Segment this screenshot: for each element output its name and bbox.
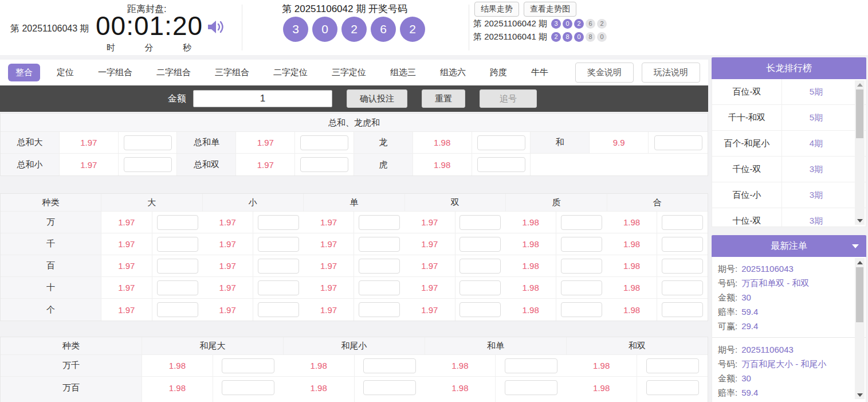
odds-cell[interactable]: 1.98 [566,377,637,399]
odds-cell[interactable]: 1.98 [607,277,658,298]
bet-amount-input[interactable] [654,135,702,150]
bet-amount-input[interactable] [477,135,525,150]
bet-amount-input[interactable] [157,280,198,295]
tab-跨度[interactable]: 跨度 [482,64,514,81]
odds-cell[interactable]: 1.97 [202,299,253,321]
bet-amount-input[interactable] [459,215,501,230]
odds-cell[interactable]: 1.97 [202,212,253,233]
speaker-icon[interactable] [206,19,225,35]
bet-amount-input[interactable] [363,380,416,395]
odds-cell[interactable]: 1.97 [236,154,295,175]
odds-cell[interactable]: 1.97 [304,233,355,255]
bet-amount-input[interactable] [459,302,501,317]
orders-scrollbar-thumb[interactable] [856,267,863,322]
odds-cell[interactable]: 1.97 [404,299,455,321]
bet-amount-input[interactable] [662,237,703,252]
bet-amount-input[interactable] [124,135,172,150]
bonus-info-button[interactable]: 奖金说明 [575,63,634,83]
odds-cell[interactable]: 1.98 [142,377,213,399]
view-trend-chart-button[interactable]: 查看走势图 [524,2,576,17]
scroll-down-icon[interactable] [855,216,865,225]
tab-定位[interactable]: 定位 [49,64,81,81]
odds-cell[interactable]: 1.97 [202,277,253,298]
bet-amount-input[interactable] [258,215,299,230]
bet-amount-input[interactable] [459,237,501,252]
odds-cell[interactable]: 1.98 [505,255,556,276]
odds-cell[interactable]: 1.98 [425,377,496,399]
orders-scrollbar[interactable] [855,258,865,399]
odds-cell[interactable]: 1.98 [566,355,637,376]
odds-cell[interactable]: 1.97 [101,233,152,255]
bet-amount-input[interactable] [359,215,400,230]
odds-cell[interactable]: 9.9 [590,132,649,153]
odds-cell[interactable] [566,399,637,402]
odds-cell[interactable] [425,399,496,402]
odds-cell[interactable]: 1.98 [284,377,355,399]
tab-牛牛[interactable]: 牛牛 [524,64,556,81]
tab-一字组合[interactable]: 一字组合 [91,64,140,81]
collapse-caret-icon[interactable] [852,244,859,248]
bet-amount-input[interactable] [561,215,602,230]
odds-cell[interactable]: 1.98 [413,154,472,175]
odds-cell[interactable]: 1.97 [101,277,152,298]
bet-amount-input[interactable] [258,302,299,317]
odds-cell[interactable]: 1.97 [404,277,455,298]
bet-amount-input[interactable] [459,259,501,274]
bet-amount-input[interactable] [359,237,400,252]
odds-cell[interactable]: 1.98 [425,355,496,376]
odds-cell[interactable]: 1.97 [304,299,355,321]
odds-cell[interactable]: 1.98 [413,132,472,153]
odds-cell[interactable]: 1.98 [607,255,658,276]
odds-cell[interactable]: 1.97 [304,277,355,298]
bet-amount-input[interactable] [561,302,602,317]
result-trend-button[interactable]: 结果走势 [474,2,519,17]
reset-button[interactable]: 重置 [422,89,465,108]
bet-amount-input[interactable] [646,380,699,395]
tab-二字定位[interactable]: 二字定位 [266,64,315,81]
odds-cell[interactable]: 1.97 [404,255,455,276]
scroll-up-icon[interactable] [855,80,865,89]
bet-amount-input[interactable] [359,259,400,274]
odds-cell[interactable]: 1.98 [505,233,556,255]
odds-cell[interactable]: 1.97 [202,255,253,276]
bet-amount-input[interactable] [258,280,299,295]
bet-amount-input[interactable] [561,280,602,295]
bet-amount-input[interactable] [662,215,703,230]
bet-amount-input[interactable] [157,302,198,317]
tab-三字组合[interactable]: 三字组合 [207,64,257,81]
odds-cell[interactable]: 1.97 [404,212,455,233]
odds-cell[interactable]: 1.98 [607,212,658,233]
odds-cell[interactable]: 1.97 [304,255,355,276]
bet-amount-input[interactable] [646,358,699,373]
bet-amount-input[interactable] [477,157,525,172]
bet-amount-input[interactable] [359,302,400,317]
bet-amount-input[interactable] [662,280,703,295]
tab-组选三[interactable]: 组选三 [383,64,423,81]
bet-amount-input[interactable] [300,157,348,172]
play-rules-button[interactable]: 玩法说明 [642,63,700,83]
scroll-down-icon[interactable] [855,391,865,399]
odds-cell[interactable]: 1.98 [142,355,213,376]
odds-cell[interactable]: 1.97 [404,233,455,255]
odds-cell[interactable]: 1.97 [60,132,119,153]
bet-amount-input[interactable] [124,157,172,172]
tab-三字定位[interactable]: 三字定位 [324,64,374,81]
confirm-bet-button[interactable]: 确认投注 [347,89,407,108]
bet-amount-input[interactable] [222,380,274,395]
rank-scrollbar[interactable] [855,80,865,225]
odds-cell[interactable]: 1.98 [607,233,658,255]
bet-amount-input[interactable] [258,237,299,252]
odds-cell[interactable]: 1.98 [505,212,556,233]
scroll-up-icon[interactable] [855,258,865,267]
chase-number-button[interactable]: 追号 [480,89,537,108]
odds-cell[interactable]: 1.97 [101,212,152,233]
bet-amount-input[interactable] [157,259,198,274]
odds-cell[interactable]: 1.97 [101,255,152,276]
bet-amount-input[interactable] [363,358,416,373]
bet-amount-input[interactable] [359,280,400,295]
bet-amount-input[interactable] [222,358,274,373]
tab-二字组合[interactable]: 二字组合 [149,64,198,81]
rank-scrollbar-thumb[interactable] [856,89,863,138]
bet-amount-input[interactable] [505,358,557,373]
amount-input[interactable] [193,90,332,107]
